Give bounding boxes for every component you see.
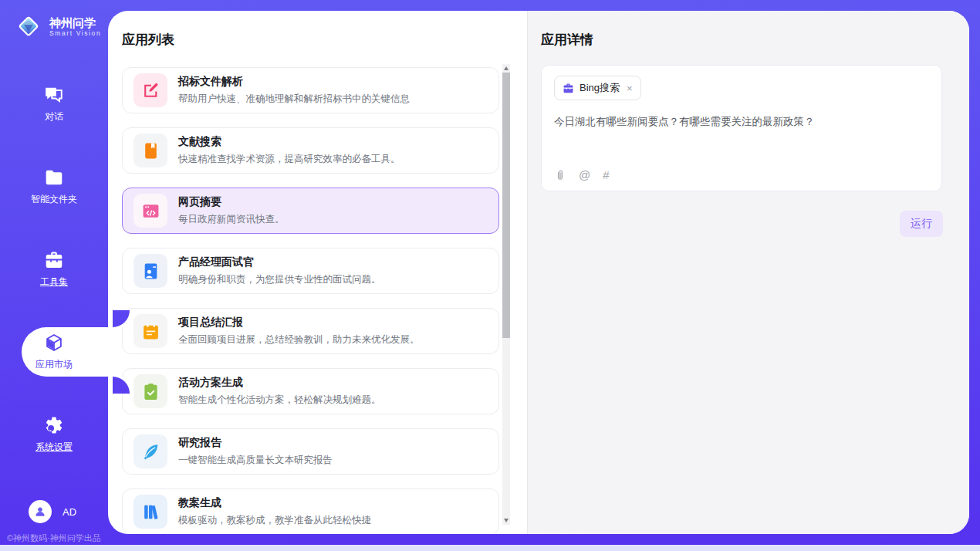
app-card-lesson-plan[interactable]: 教案生成 模板驱动，教案秒成，教学准备从此轻松快捷 bbox=[122, 488, 499, 534]
app-card-event-plan[interactable]: 活动方案生成 智能生成个性化活动方案，轻松解决规划难题。 bbox=[122, 368, 499, 414]
run-button[interactable]: 运行 bbox=[900, 211, 943, 237]
app-card-title: 项目总结汇报 bbox=[178, 316, 420, 330]
window-bottom-edge bbox=[0, 545, 980, 551]
app-card-desc: 每日政府新闻资讯快查。 bbox=[178, 213, 285, 226]
notch-top bbox=[113, 310, 130, 327]
chat-icon bbox=[44, 85, 64, 105]
sidebar-item-toolset[interactable]: 工具集 bbox=[0, 245, 108, 294]
app-card-desc: 明确身份和职责，为您提供专业性的面试问题。 bbox=[178, 273, 381, 286]
copyright-text: ©神州数码·神州问学出品 bbox=[7, 532, 101, 544]
calendar-icon bbox=[133, 314, 167, 348]
user-row: AD bbox=[29, 500, 76, 523]
briefcase-icon bbox=[563, 83, 574, 94]
sidebar-item-smart-folder[interactable]: 智能文件夹 bbox=[0, 162, 108, 211]
sidebar-item-settings[interactable]: 系统设置 bbox=[0, 410, 108, 459]
app-card-desc: 全面回顾项目进展，总结经验教训，助力未来优化发展。 bbox=[178, 333, 420, 346]
app-card-pm-interviewer[interactable]: 产品经理面试官 明确身份和职责，为您提供专业性的面试问题。 bbox=[122, 248, 499, 294]
app-card-title: 招标文件解析 bbox=[178, 75, 410, 89]
app-detail-panel: 应用详情 Bing搜索 × 今日湖北有哪些新闻要点？有哪些需要关注的最新政策？ … bbox=[527, 11, 969, 534]
app-card-title: 活动方案生成 bbox=[178, 376, 381, 390]
app-card-title: 产品经理面试官 bbox=[178, 255, 381, 269]
composer-card: Bing搜索 × 今日湖北有哪些新闻要点？有哪些需要关注的最新政策？ @# bbox=[541, 65, 942, 191]
scrollbar-up-icon[interactable] bbox=[502, 64, 510, 73]
app-list-panel: 应用列表 招标文件解析 帮助用户快速、准确地理解和解析招标书中的关键信息 文献搜… bbox=[108, 11, 527, 534]
chip-close-icon[interactable]: × bbox=[627, 83, 633, 94]
diamond-logo-icon bbox=[14, 12, 43, 41]
sidebar: 神州问学 Smart Vision 对话 智能文件夹 工具集 应用市场 系统设置 bbox=[0, 0, 108, 551]
app-card-title: 教案生成 bbox=[178, 496, 371, 510]
mention-icon[interactable]: @ bbox=[579, 168, 590, 181]
app-card-desc: 智能生成个性化活动方案，轻松解决规划难题。 bbox=[178, 394, 381, 407]
hash-icon[interactable]: # bbox=[603, 168, 609, 181]
attachment-icon[interactable] bbox=[554, 169, 566, 181]
cube-icon bbox=[44, 333, 64, 353]
app-card-research-report[interactable]: 研究报告 一键智能生成高质量长文本研究报告 bbox=[122, 428, 499, 475]
clipboard-check-icon bbox=[133, 374, 167, 408]
browser-code-icon bbox=[133, 194, 167, 228]
folder-icon bbox=[44, 167, 64, 188]
app-card-title: 文献搜索 bbox=[178, 135, 400, 149]
user-label: AD bbox=[63, 506, 76, 518]
gear-icon bbox=[44, 415, 64, 435]
avatar[interactable] bbox=[29, 500, 52, 523]
document-edit-icon bbox=[133, 73, 167, 107]
app-card-tender-parse[interactable]: 招标文件解析 帮助用户快速、准确地理解和解析招标书中的关键信息 bbox=[122, 67, 499, 113]
app-detail-title: 应用详情 bbox=[541, 31, 943, 49]
scrollbar-thumb[interactable] bbox=[502, 73, 510, 338]
plugin-chip[interactable]: Bing搜索 × bbox=[554, 76, 641, 100]
book-icon bbox=[133, 134, 167, 167]
app-card-project-summary[interactable]: 项目总结汇报 全面回顾项目进展，总结经验教训，助力未来优化发展。 bbox=[122, 308, 499, 354]
app-list: 招标文件解析 帮助用户快速、准确地理解和解析招标书中的关键信息 文献搜索 快速精… bbox=[122, 67, 499, 534]
app-card-desc: 帮助用户快速、准确地理解和解析招标书中的关键信息 bbox=[178, 93, 410, 106]
sidebar-item-app-market[interactable]: 应用市场 bbox=[22, 327, 108, 377]
app-card-desc: 模板驱动，教案秒成，教学准备从此轻松快捷 bbox=[178, 514, 371, 527]
notch-bottom bbox=[113, 377, 130, 394]
query-input[interactable]: 今日湖北有哪些新闻要点？有哪些需要关注的最新政策？ bbox=[554, 114, 929, 130]
app-card-literature-search[interactable]: 文献搜索 快速精准查找学术资源，提高研究效率的必备工具。 bbox=[122, 127, 499, 174]
toolbox-icon bbox=[44, 250, 64, 270]
composer-toolbar: @# bbox=[554, 168, 929, 181]
scrollbar[interactable] bbox=[502, 64, 510, 525]
app-list-title: 应用列表 bbox=[122, 31, 527, 49]
quill-icon bbox=[133, 434, 167, 468]
brand-name: 神州问学 bbox=[49, 16, 101, 29]
app-card-desc: 快速精准查找学术资源，提高研究效率的必备工具。 bbox=[178, 153, 400, 166]
interviewer-icon bbox=[133, 254, 167, 288]
brand-logo: 神州问学 Smart Vision bbox=[0, 0, 108, 41]
app-card-title: 研究报告 bbox=[178, 436, 333, 450]
books-icon bbox=[133, 495, 167, 529]
sidebar-nav: 对话 智能文件夹 工具集 应用市场 系统设置 bbox=[0, 79, 108, 492]
plugin-chip-label: Bing搜索 bbox=[580, 81, 620, 95]
app-card-title: 网页摘要 bbox=[178, 195, 285, 209]
app-card-desc: 一键智能生成高质量长文本研究报告 bbox=[178, 454, 333, 467]
brand-slogan: Smart Vision bbox=[49, 29, 101, 37]
main-content: 应用列表 招标文件解析 帮助用户快速、准确地理解和解析招标书中的关键信息 文献搜… bbox=[108, 11, 969, 534]
sidebar-item-chat[interactable]: 对话 bbox=[0, 79, 108, 129]
scrollbar-down-icon[interactable] bbox=[502, 516, 510, 525]
app-card-webpage-summary[interactable]: 网页摘要 每日政府新闻资讯快查。 bbox=[122, 188, 499, 234]
